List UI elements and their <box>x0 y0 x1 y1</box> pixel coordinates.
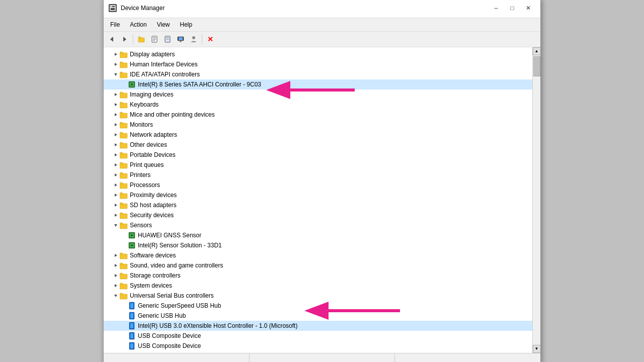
back-button[interactable] <box>106 33 118 45</box>
tree-item-intel-sata[interactable]: Intel(R) 8 Series SATA AHCI Controller -… <box>104 79 532 89</box>
item-label: USB Composite Device <box>138 332 201 339</box>
expand-icon[interactable] <box>120 80 128 88</box>
expand-icon[interactable] <box>112 121 120 129</box>
tree-item-software[interactable]: Software devices <box>104 250 532 260</box>
expand-icon[interactable] <box>112 181 120 189</box>
svg-rect-45 <box>120 133 127 138</box>
tree-item-portable[interactable]: Portable Devices <box>104 150 532 160</box>
forward-button[interactable] <box>119 33 131 45</box>
cancel-button[interactable]: ✕ <box>204 33 216 45</box>
expand-icon[interactable] <box>112 292 120 300</box>
scrollbar[interactable]: ▲ ▼ <box>532 47 540 353</box>
expand-icon[interactable] <box>120 312 128 320</box>
user-button[interactable] <box>188 33 200 45</box>
tree-item-usb-composite[interactable]: USB Composite Device <box>104 331 532 341</box>
tree-item-usb-composite2[interactable]: USB Composite Device <box>104 341 532 351</box>
svg-rect-33 <box>120 93 127 98</box>
expand-icon[interactable] <box>112 191 120 199</box>
tree-item-network[interactable]: Network adapters <box>104 130 532 140</box>
expand-icon[interactable] <box>112 251 120 259</box>
expand-icon[interactable] <box>112 201 120 209</box>
tree-item-security[interactable]: Security devices <box>104 210 532 220</box>
tree-item-generic-usb[interactable]: Generic USB Hub <box>104 311 532 321</box>
expand-icon[interactable] <box>112 221 120 229</box>
expand-icon[interactable] <box>112 70 120 78</box>
item-icon-folder <box>120 181 128 189</box>
tree-item-sound[interactable]: Sound, video and game controllers <box>104 260 532 270</box>
maximize-button[interactable]: □ <box>505 3 519 14</box>
tree-panel[interactable]: Display adaptersHuman Interface DevicesI… <box>104 47 532 353</box>
tree-item-monitors[interactable]: Monitors <box>104 120 532 130</box>
properties-button[interactable] <box>148 33 160 45</box>
tree-item-generic-ss[interactable]: Generic SuperSpeed USB Hub <box>104 301 532 311</box>
expand-icon[interactable] <box>112 151 120 159</box>
tree-item-other[interactable]: Other devices <box>104 140 532 150</box>
scroll-down-arrow[interactable]: ▼ <box>533 345 541 353</box>
item-label: HUAWEI GNSS Sensor <box>138 232 201 239</box>
expand-icon[interactable] <box>112 111 120 119</box>
tree-item-usb[interactable]: Universal Serial Bus controllers <box>104 291 532 301</box>
expand-icon[interactable] <box>120 332 128 340</box>
tree-item-human-interface[interactable]: Human Interface Devices <box>104 59 532 69</box>
tree-item-sd-host[interactable]: SD host adapters <box>104 200 532 210</box>
svg-marker-23 <box>115 63 117 66</box>
tree-item-print-queues[interactable]: Print queues <box>104 160 532 170</box>
minimize-button[interactable]: – <box>489 3 503 14</box>
tree-item-sensors[interactable]: Sensors <box>104 220 532 230</box>
expand-icon[interactable] <box>112 161 120 169</box>
svg-rect-102 <box>130 333 133 338</box>
expand-icon[interactable] <box>112 60 120 68</box>
svg-marker-47 <box>115 143 117 146</box>
expand-icon[interactable] <box>112 282 120 290</box>
expand-icon[interactable] <box>112 141 120 149</box>
expand-icon[interactable] <box>112 261 120 269</box>
scroll-thumb[interactable] <box>533 56 540 76</box>
expand-icon[interactable] <box>112 90 120 99</box>
expand-icon[interactable] <box>112 101 120 109</box>
expand-icon[interactable] <box>120 231 128 239</box>
expand-icon[interactable] <box>112 211 120 219</box>
status-section-1 <box>104 353 250 363</box>
doc-button[interactable] <box>162 33 174 45</box>
svg-rect-91 <box>120 283 123 285</box>
tree-item-imaging[interactable]: Imaging devices <box>104 89 532 100</box>
tree-item-mice[interactable]: Mice and other pointing devices <box>104 110 532 120</box>
svg-rect-84 <box>120 264 127 269</box>
item-label: Print queues <box>130 161 164 168</box>
svg-rect-39 <box>120 113 127 118</box>
expand-icon[interactable] <box>120 342 128 350</box>
item-icon-folder <box>120 191 128 199</box>
tree-item-intel-sensor[interactable]: Intel(R) Sensor Solution - 33D1 <box>104 240 532 250</box>
scroll-up-arrow[interactable]: ▲ <box>533 47 541 55</box>
tree-item-storage[interactable]: Storage controllers <box>104 270 532 281</box>
folder-button[interactable] <box>135 33 147 45</box>
expand-icon[interactable] <box>112 272 120 280</box>
expand-icon[interactable] <box>112 50 120 58</box>
close-button[interactable]: ✕ <box>521 3 535 14</box>
tree-item-huawei-gnss[interactable]: HUAWEI GNSS Sensor <box>104 230 532 240</box>
item-icon-folder <box>120 111 128 119</box>
expand-icon[interactable] <box>112 171 120 179</box>
expand-icon[interactable] <box>120 322 128 330</box>
tree-item-system[interactable]: System devices <box>104 281 532 291</box>
item-label: IDE ATA/ATAPI controllers <box>130 71 200 78</box>
item-icon-folder <box>120 70 128 78</box>
menu-file[interactable]: File <box>106 19 124 30</box>
scroll-track[interactable] <box>533 55 540 345</box>
tree-item-keyboards[interactable]: Keyboards <box>104 100 532 110</box>
menu-help[interactable]: Help <box>176 19 197 30</box>
expand-icon[interactable] <box>112 131 120 139</box>
expand-icon[interactable] <box>120 241 128 249</box>
tree-item-intel-usb[interactable]: Intel(R) USB 3.0 eXtensible Host Control… <box>104 321 532 331</box>
svg-rect-90 <box>120 284 127 289</box>
tree-item-printers[interactable]: Printers <box>104 170 532 180</box>
monitor-button[interactable] <box>175 33 187 45</box>
tree-item-proximity[interactable]: Proximity devices <box>104 190 532 200</box>
tree-item-display-adapters[interactable]: Display adapters <box>104 49 532 59</box>
expand-icon[interactable] <box>120 302 128 310</box>
tree-item-processors[interactable]: Processors <box>104 180 532 190</box>
svg-marker-92 <box>114 295 117 297</box>
menu-view[interactable]: View <box>152 19 175 30</box>
menu-action[interactable]: Action <box>125 19 151 30</box>
tree-item-ide-ata[interactable]: IDE ATA/ATAPI controllers <box>104 69 532 79</box>
